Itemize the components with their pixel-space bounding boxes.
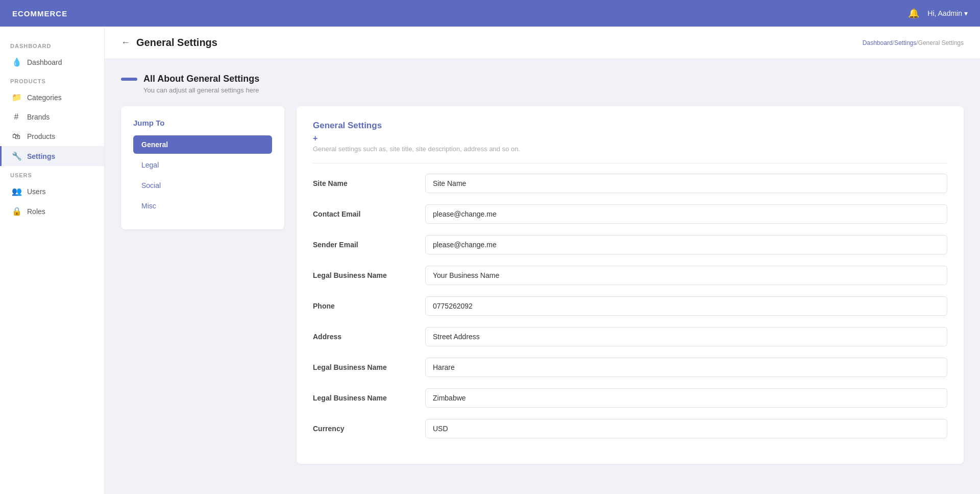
sidebar: DASHBOARD 💧 Dashboard PRODUCTS 📁 Categor… — [0, 27, 105, 494]
back-button[interactable]: ← — [121, 37, 130, 48]
products-section-label: PRODUCTS — [0, 72, 104, 87]
form-row-site-name: Site Name — [313, 174, 947, 193]
breadcrumb: Dashboard/Settings/General Settings — [863, 39, 964, 46]
categories-icon: 📁 — [12, 92, 21, 102]
page-header: ← General Settings Dashboard/Settings/Ge… — [105, 27, 980, 59]
general-settings-panel: General Settings + General settings such… — [297, 106, 964, 464]
phone-label: Phone — [313, 302, 415, 310]
sender-email-label: Sender Email — [313, 241, 415, 249]
main-layout: DASHBOARD 💧 Dashboard PRODUCTS 📁 Categor… — [0, 27, 980, 494]
jump-to-item-general[interactable]: General — [133, 135, 272, 154]
legal-business-name-input[interactable] — [425, 266, 947, 285]
page-title: General Settings — [136, 37, 217, 49]
breadcrumb-dashboard-link[interactable]: Dashboard — [863, 39, 893, 46]
form-row-legal-business-name3: Legal Business Name — [313, 388, 947, 408]
roles-icon: 🔒 — [12, 206, 21, 216]
brands-icon: # — [12, 112, 21, 122]
phone-input[interactable] — [425, 296, 947, 316]
dashboard-icon: 💧 — [12, 57, 21, 67]
chevron-down-icon: ▾ — [964, 9, 968, 17]
address-input[interactable] — [425, 327, 947, 346]
user-label: Hi, Aadmin — [927, 9, 962, 17]
contact-email-input[interactable] — [425, 204, 947, 224]
form-row-phone: Phone — [313, 296, 947, 316]
user-dropdown[interactable]: Hi, Aadmin ▾ — [927, 9, 968, 17]
legal-business-name2-input[interactable] — [425, 358, 947, 377]
users-section-label: USERS — [0, 166, 104, 181]
form-row-legal-business-name2: Legal Business Name — [313, 358, 947, 377]
sidebar-item-label: Products — [27, 132, 55, 140]
legal-business-name3-input[interactable] — [425, 388, 947, 408]
notification-bell-icon[interactable]: 🔔 — [908, 8, 919, 19]
dashboard-section-label: DASHBOARD — [0, 37, 104, 52]
breadcrumb-current: General Settings — [918, 39, 964, 46]
sender-email-input[interactable] — [425, 235, 947, 254]
sidebar-item-brands[interactable]: # Brands — [0, 107, 104, 127]
section-accent — [121, 78, 137, 81]
sidebar-item-label: Brands — [27, 113, 50, 121]
topbar-right: 🔔 Hi, Aadmin ▾ — [908, 8, 968, 19]
contact-email-label: Contact Email — [313, 210, 415, 218]
legal-business-name-label: Legal Business Name — [313, 271, 415, 279]
products-icon: 🛍 — [12, 132, 21, 141]
page-header-left: ← General Settings — [121, 37, 217, 49]
form-row-contact-email: Contact Email — [313, 204, 947, 224]
sidebar-item-roles[interactable]: 🔒 Roles — [0, 201, 104, 221]
divider — [313, 163, 947, 163]
general-panel-desc: General settings such as, site title, si… — [313, 145, 947, 153]
sidebar-item-label: Roles — [27, 207, 45, 216]
currency-label: Currency — [313, 425, 415, 433]
sidebar-item-label: Settings — [27, 152, 55, 160]
jump-to-panel: Jump To General Legal Social Misc — [121, 106, 284, 229]
currency-input[interactable] — [425, 419, 947, 438]
users-icon: 👥 — [12, 186, 21, 196]
sidebar-item-label: Users — [27, 187, 46, 196]
jump-to-item-social[interactable]: Social — [133, 176, 272, 195]
form-row-legal-business-name: Legal Business Name — [313, 266, 947, 285]
general-panel-title: General Settings — [313, 121, 947, 131]
sidebar-item-settings[interactable]: 🔧 Settings — [0, 146, 104, 166]
site-name-input[interactable] — [425, 174, 947, 193]
sidebar-item-products[interactable]: 🛍 Products — [0, 127, 104, 146]
sidebar-item-categories[interactable]: 📁 Categories — [0, 87, 104, 107]
section-header: All About General Settings — [121, 74, 964, 84]
general-panel-desc-row: + — [313, 134, 947, 143]
legal-business-name2-label: Legal Business Name — [313, 363, 415, 371]
brand-logo: ECOMMERCE — [12, 9, 67, 18]
legal-business-name3-label: Legal Business Name — [313, 394, 415, 402]
sidebar-item-label: Dashboard — [27, 58, 62, 66]
plus-icon: + — [313, 134, 317, 143]
section-subtitle: You can adjust all general settings here — [143, 86, 964, 94]
content-area: ← General Settings Dashboard/Settings/Ge… — [105, 27, 980, 494]
breadcrumb-settings-link[interactable]: Settings — [894, 39, 916, 46]
settings-content: All About General Settings You can adjus… — [105, 59, 980, 494]
sidebar-item-users[interactable]: 👥 Users — [0, 181, 104, 201]
section-title: All About General Settings — [143, 74, 259, 84]
topbar: ECOMMERCE 🔔 Hi, Aadmin ▾ — [0, 0, 980, 27]
jump-to-title: Jump To — [133, 119, 272, 127]
sidebar-item-dashboard[interactable]: 💧 Dashboard — [0, 52, 104, 72]
form-row-sender-email: Sender Email — [313, 235, 947, 254]
form-row-address: Address — [313, 327, 947, 346]
settings-columns: Jump To General Legal Social Misc Genera… — [121, 106, 964, 464]
sidebar-item-label: Categories — [27, 93, 62, 102]
form-row-currency: Currency — [313, 419, 947, 438]
jump-to-item-misc[interactable]: Misc — [133, 197, 272, 215]
address-label: Address — [313, 333, 415, 341]
settings-icon: 🔧 — [12, 151, 21, 161]
jump-to-item-legal[interactable]: Legal — [133, 156, 272, 174]
site-name-label: Site Name — [313, 179, 415, 187]
